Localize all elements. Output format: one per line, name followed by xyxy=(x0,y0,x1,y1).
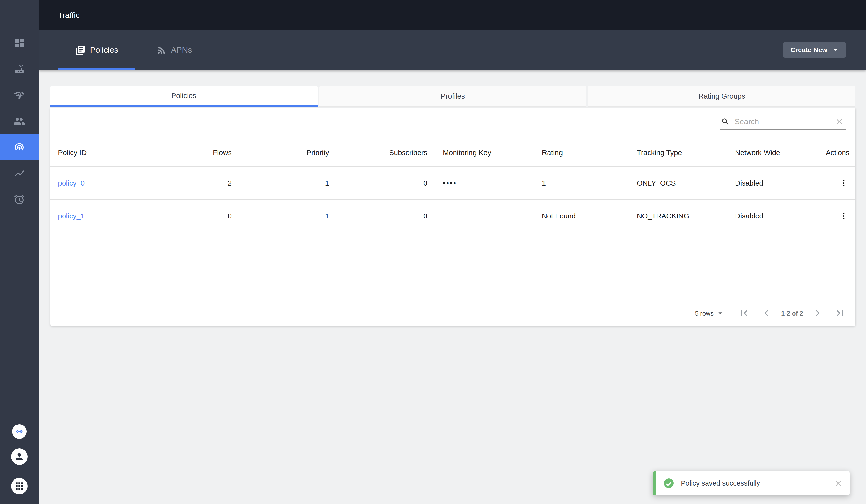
column-header-flows: Flows xyxy=(147,148,240,156)
subtab-rating-groups-label: Rating Groups xyxy=(699,92,745,100)
page-title: Traffic xyxy=(58,11,80,20)
row-actions-button[interactable] xyxy=(816,211,855,221)
toast: Policy saved successfully xyxy=(653,471,850,495)
policy-link[interactable]: policy_0 xyxy=(58,179,85,187)
table-body: policy_0 2 1 0 •••• 1 ONLY_OCS Disabled … xyxy=(50,167,855,233)
column-header-actions: Actions xyxy=(816,148,855,156)
sidebar-bottom xyxy=(0,424,38,494)
create-new-button[interactable]: Create New xyxy=(782,42,846,57)
table-row: policy_0 2 1 0 •••• 1 ONLY_OCS Disabled xyxy=(50,167,855,200)
sidebar-item-dashboard[interactable] xyxy=(0,30,38,56)
more-vert-icon xyxy=(839,211,848,221)
column-header-policy_id: Policy ID xyxy=(50,148,147,156)
cell-subscribers: 0 xyxy=(337,212,435,220)
cell-tracking-type: NO_TRACKING xyxy=(629,212,728,220)
subtab-profiles[interactable]: Profiles xyxy=(319,86,586,107)
pagination: 5 rows 1-2 of 2 xyxy=(695,306,846,321)
people-icon xyxy=(13,115,25,127)
sidebar-item-alerts[interactable] xyxy=(0,187,38,213)
cell-tracking-type: ONLY_OCS xyxy=(629,179,728,187)
account-icon xyxy=(14,451,25,462)
column-header-network_wide: Network Wide xyxy=(727,148,816,156)
show-chart-icon xyxy=(13,168,25,179)
tab-policies-label: Policies xyxy=(90,45,118,55)
rss-feed-icon xyxy=(156,45,167,56)
pagination-range: 1-2 of 2 xyxy=(781,310,803,317)
cell-flows: 0 xyxy=(147,212,240,220)
library-books-icon xyxy=(75,45,86,56)
main-content: Policies Profiles Rating Groups Policy I… xyxy=(38,70,866,504)
sidebar-item-network[interactable] xyxy=(0,82,38,108)
policies-table: Policy IDFlowsPrioritySubscribersMonitor… xyxy=(50,138,855,233)
next-page-button[interactable] xyxy=(812,307,823,319)
cell-subscribers: 0 xyxy=(337,179,435,187)
row-actions-button[interactable] xyxy=(816,178,855,188)
toast-accent-bar xyxy=(653,471,656,495)
api-code-icon xyxy=(14,427,24,436)
policies-card: Policy IDFlowsPrioritySubscribersMonitor… xyxy=(50,108,855,326)
apps-menu-button[interactable] xyxy=(11,478,27,494)
subtab-policies-label: Policies xyxy=(171,91,196,99)
cell-network-wide: Disabled xyxy=(727,212,816,220)
success-check-icon xyxy=(663,478,675,489)
dashboard-icon xyxy=(13,37,25,49)
previous-page-button[interactable] xyxy=(761,307,773,319)
cell-network-wide: Disabled xyxy=(727,179,816,187)
tab-apns-label: APNs xyxy=(171,45,192,55)
toast-message: Policy saved successfully xyxy=(681,479,834,487)
search-input[interactable] xyxy=(734,117,835,127)
router-icon xyxy=(13,63,25,75)
table-header-row: Policy IDFlowsPrioritySubscribersMonitor… xyxy=(50,138,855,167)
search-box xyxy=(720,114,846,130)
sidebar-item-subscribers[interactable] xyxy=(0,108,38,134)
first-page-button[interactable] xyxy=(739,307,750,319)
wifi-tethering-icon xyxy=(13,142,25,153)
sidebar-item-metrics[interactable] xyxy=(0,160,38,187)
policy-link[interactable]: policy_1 xyxy=(58,212,85,220)
sidebar-nav xyxy=(0,0,38,213)
topbar: Traffic xyxy=(38,0,866,31)
table-row: policy_1 0 1 0 Not Found NO_TRACKING Dis… xyxy=(50,200,855,233)
column-header-subscribers: Subscribers xyxy=(337,148,435,156)
last-page-button[interactable] xyxy=(834,307,846,319)
create-new-label: Create New xyxy=(790,46,828,54)
clear-search-icon[interactable] xyxy=(835,117,844,126)
apps-grid-icon xyxy=(14,481,25,491)
sidebar xyxy=(0,0,38,504)
alarm-icon xyxy=(13,194,25,205)
app: Traffic Policies APNs Create New Policie… xyxy=(0,0,866,504)
subtab-rating-groups[interactable]: Rating Groups xyxy=(588,86,855,107)
chevron-down-icon xyxy=(717,309,724,317)
cell-monitoring-key: •••• xyxy=(435,179,534,187)
sidebar-item-equipment[interactable] xyxy=(0,56,38,82)
cell-rating: 1 xyxy=(534,179,629,187)
search-area xyxy=(50,108,855,138)
tab-apns[interactable]: APNs xyxy=(135,31,213,70)
cell-priority: 1 xyxy=(240,212,337,220)
toast-close-icon[interactable] xyxy=(834,479,843,488)
column-header-monitoring_key: Monitoring Key xyxy=(435,148,534,156)
api-docs-button[interactable] xyxy=(12,424,26,439)
search-icon xyxy=(721,117,730,126)
account-button[interactable] xyxy=(11,448,27,465)
more-vert-icon xyxy=(839,178,848,188)
subtab-profiles-label: Profiles xyxy=(441,92,465,100)
cell-priority: 1 xyxy=(240,179,337,187)
rows-per-page-select[interactable]: 5 rows xyxy=(695,309,724,317)
subtab-policies[interactable]: Policies xyxy=(50,86,317,107)
cell-flows: 2 xyxy=(147,179,240,187)
chevron-down-icon xyxy=(831,45,840,54)
column-header-tracking_type: Tracking Type xyxy=(629,148,728,156)
network-check-icon xyxy=(13,89,25,101)
tab-policies[interactable]: Policies xyxy=(58,31,135,70)
sidebar-item-traffic[interactable] xyxy=(0,134,38,160)
column-header-priority: Priority xyxy=(240,148,337,156)
subtabs: Policies Profiles Rating Groups xyxy=(50,86,855,107)
nav-tabbar: Policies APNs Create New xyxy=(38,31,866,70)
column-header-rating: Rating xyxy=(534,148,629,156)
cell-rating: Not Found xyxy=(534,212,629,220)
rows-per-page-label: 5 rows xyxy=(695,310,713,317)
